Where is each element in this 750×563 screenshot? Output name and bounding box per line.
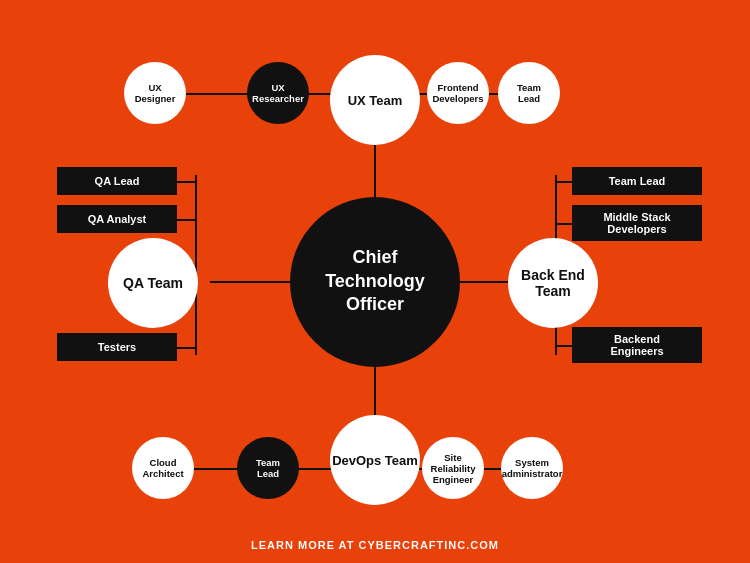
frontend-dev-label: FrontendDevelopers: [432, 82, 483, 104]
qa-lead-box: QA Lead: [57, 167, 177, 195]
frontend-dev-circle: FrontendDevelopers: [427, 62, 489, 124]
left-v-line: [195, 175, 197, 355]
footer-label: LEARN MORE AT CYBERCRAFTINC.COM: [251, 539, 499, 551]
ux-team-circle: UX Team: [330, 55, 420, 145]
cloud-architect-circle: CloudArchitect: [132, 437, 194, 499]
qa-lead-label: QA Lead: [95, 175, 140, 187]
qa-team-label: QA Team: [123, 275, 183, 291]
ux-researcher-circle: UXResearcher: [247, 62, 309, 124]
bottom-team-lead-label: TeamLead: [256, 457, 280, 479]
backend-team-circle: Back End Team: [508, 238, 598, 328]
backend-team-label: Back End Team: [508, 267, 598, 299]
backend-engineers-label: BackendEngineers: [610, 333, 663, 357]
devops-team-circle: DevOps Team: [330, 415, 420, 505]
ux-researcher-label: UXResearcher: [252, 82, 304, 104]
middle-stack-box: Middle StackDevelopers: [572, 205, 702, 241]
testers-label: Testers: [98, 341, 136, 353]
cto-title: ChiefTechnologyOfficer: [325, 247, 425, 314]
right-team-lead-box: Team Lead: [572, 167, 702, 195]
top-team-lead-label: TeamLead: [517, 82, 541, 104]
site-reliability-circle: SiteReliabilityEngineer: [422, 437, 484, 499]
sys-admin-label: Systemadministrator: [502, 457, 563, 479]
qa-analyst-h-line: [177, 219, 197, 221]
qa-lead-h-line: [177, 181, 197, 183]
ux-designer-label: UXDesigner: [135, 82, 176, 104]
org-chart: ChiefTechnologyOfficer UX Team UXDesigne…: [0, 0, 750, 563]
backend-engineers-box: BackendEngineers: [572, 327, 702, 363]
line-left-connector: [210, 281, 290, 283]
footer-text: LEARN MORE AT CYBERCRAFTINC.COM: [251, 539, 499, 551]
ux-designer-circle: UXDesigner: [124, 62, 186, 124]
site-reliability-label: SiteReliabilityEngineer: [431, 452, 476, 485]
center-circle: ChiefTechnologyOfficer: [290, 197, 460, 367]
right-team-lead-label: Team Lead: [609, 175, 666, 187]
qa-analyst-label: QA Analyst: [88, 213, 146, 225]
qa-team-circle: QA Team: [108, 238, 198, 328]
line-top-connector: [374, 137, 376, 197]
bottom-team-lead-circle: TeamLead: [237, 437, 299, 499]
ux-team-label: UX Team: [348, 93, 403, 108]
qa-analyst-box: QA Analyst: [57, 205, 177, 233]
middle-stack-label: Middle StackDevelopers: [603, 211, 670, 235]
testers-h-line: [177, 347, 197, 349]
devops-team-label: DevOps Team: [332, 453, 418, 468]
sys-admin-circle: Systemadministrator: [501, 437, 563, 499]
top-team-lead-circle: TeamLead: [498, 62, 560, 124]
cloud-architect-label: CloudArchitect: [142, 457, 183, 479]
testers-box: Testers: [57, 333, 177, 361]
